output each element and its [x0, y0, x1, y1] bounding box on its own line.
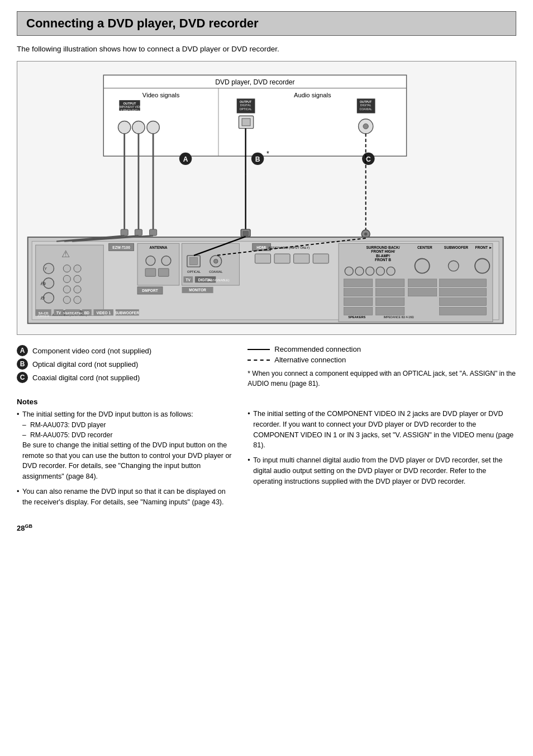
- page-title: Connecting a DVD player, DVD recorder: [26, 16, 507, 31]
- svg-line-144: [64, 235, 139, 241]
- svg-rect-17: [239, 116, 253, 128]
- badge-b: B: [17, 358, 28, 370]
- svg-text:*: *: [266, 150, 269, 158]
- svg-text:COAXIAL: COAXIAL: [209, 270, 222, 273]
- svg-point-87: [214, 259, 218, 263]
- svg-point-106: [366, 267, 374, 275]
- recommended-label: Recommended connection: [274, 345, 361, 353]
- svg-text:Y   Pb/Cb  Pr/Cr: Y Pb/Cb Pr/Cr: [121, 108, 139, 112]
- svg-rect-47: [36, 245, 104, 315]
- svg-rect-139: [116, 309, 139, 315]
- svg-text:OPTICAL: OPTICAL: [240, 107, 252, 111]
- svg-rect-96: [339, 243, 493, 322]
- svg-point-71: [146, 256, 155, 266]
- svg-point-12: [147, 121, 159, 134]
- svg-rect-123: [439, 289, 486, 296]
- svg-rect-128: [36, 309, 51, 315]
- svg-point-61: [74, 275, 81, 282]
- svg-point-59: [74, 265, 81, 272]
- svg-text:Video signals: Video signals: [142, 92, 180, 98]
- svg-point-111: [475, 258, 489, 273]
- svg-rect-13: [237, 98, 255, 113]
- connection-diagram: DVD player, DVD recorder Video signals A…: [17, 61, 516, 335]
- svg-rect-124: [439, 298, 486, 306]
- svg-text:MONITOR: MONITOR: [189, 288, 206, 292]
- svg-point-110: [448, 261, 459, 271]
- legend-item-a: A Component video cord (not supplied): [17, 345, 236, 356]
- intro-text: The following illustration shows how to …: [17, 45, 516, 53]
- note-item-1: The initial setting for the DVD input bu…: [17, 409, 236, 482]
- svg-text:FRONT ►: FRONT ►: [475, 245, 493, 249]
- svg-point-25: [179, 153, 192, 165]
- svg-point-10: [118, 121, 130, 134]
- svg-line-147: [216, 238, 365, 256]
- svg-text:SUBWOOFER: SUBWOOFER: [115, 311, 139, 315]
- svg-rect-41: [243, 231, 248, 235]
- svg-point-58: [63, 265, 70, 272]
- svg-text:(ASSIGNABLE): (ASSIGNABLE): [207, 278, 229, 282]
- svg-rect-36: [135, 229, 142, 235]
- svg-rect-95: [313, 254, 329, 263]
- legend-c-label: Coaxial digital cord (not supplied): [32, 374, 140, 382]
- notes-section: Notes The initial setting for the DVD in…: [17, 398, 516, 512]
- recommended-connection-item: Recommended connection: [248, 345, 516, 353]
- svg-rect-77: [182, 243, 240, 285]
- svg-rect-115: [344, 307, 372, 315]
- svg-rect-37: [150, 229, 157, 235]
- svg-text:SAT/CATV: SAT/CATV: [65, 311, 80, 315]
- page-number-area: 28GB: [17, 523, 516, 532]
- svg-text:Audio signals: Audio signals: [294, 92, 331, 98]
- svg-point-108: [387, 267, 395, 275]
- svg-point-44: [364, 233, 368, 236]
- svg-point-11: [132, 121, 145, 134]
- svg-rect-125: [439, 307, 486, 315]
- svg-line-143: [56, 235, 125, 241]
- svg-rect-19: [357, 98, 375, 113]
- svg-point-63: [74, 286, 81, 293]
- svg-text:IMPEDANCE 6Ω 4-16Ω: IMPEDANCE 6Ω 4-16Ω: [384, 315, 414, 319]
- svg-text:ASSIGNABLE (INPUT ONLY): ASSIGNABLE (INPUT ONLY): [268, 246, 310, 249]
- svg-text:OPTICAL: OPTICAL: [187, 270, 201, 273]
- svg-text:ASSIGNABLE (INPUT ONLY): ASSIGNABLE (INPUT ONLY): [53, 314, 87, 316]
- svg-rect-92: [255, 254, 270, 263]
- note-1-continuation: Be sure to change the initial setting of…: [22, 441, 232, 480]
- svg-text:COMPONENT VIDEO: COMPONENT VIDEO: [55, 310, 84, 313]
- alternative-label: Alternative connection: [274, 356, 346, 364]
- notes-list-left: The initial setting for the DVD input bu…: [17, 409, 236, 507]
- svg-point-107: [376, 267, 384, 275]
- notes-right: The initial setting of the COMPONENT VID…: [248, 398, 516, 512]
- svg-point-52: [44, 292, 54, 303]
- svg-text:BD: BD: [84, 311, 90, 315]
- legend-item-c: C Coaxial digital cord (not supplied): [17, 372, 236, 383]
- svg-rect-45: [28, 237, 503, 323]
- svg-point-86: [210, 256, 222, 267]
- svg-text:VIDEO 1: VIDEO 1: [96, 311, 111, 315]
- svg-rect-131: [54, 309, 63, 315]
- svg-text:HDMI: HDMI: [256, 245, 266, 249]
- svg-text:FRONT HIGH/: FRONT HIGH/: [371, 249, 395, 253]
- svg-point-72: [161, 256, 171, 266]
- svg-line-145: [72, 235, 153, 241]
- notes-left: Notes The initial setting for the DVD in…: [17, 398, 236, 512]
- svg-text:⚠: ⚠: [61, 249, 70, 259]
- svg-text:DIGITAL: DIGITAL: [360, 103, 372, 107]
- svg-rect-141: [182, 287, 213, 293]
- svg-point-64: [63, 296, 70, 304]
- svg-text:DIGITAL: DIGITAL: [198, 278, 213, 282]
- svg-point-65: [74, 296, 81, 304]
- note-1-sub-2: RM-AAU075: DVD recorder: [22, 430, 236, 440]
- svg-text:SUBWOOFER: SUBWOOFER: [444, 245, 468, 249]
- svg-point-104: [345, 267, 353, 275]
- svg-rect-89: [253, 243, 271, 251]
- svg-rect-137: [94, 309, 114, 315]
- svg-rect-80: [195, 276, 216, 282]
- page-number: 28GB: [17, 524, 32, 532]
- svg-point-23: [359, 119, 373, 134]
- note-4-text: To input multi channel digital audio fro…: [253, 456, 502, 485]
- svg-rect-116: [375, 279, 404, 287]
- svg-text:TV: TV: [56, 311, 61, 315]
- svg-rect-135: [82, 309, 92, 315]
- svg-text:FRONT B: FRONT B: [375, 258, 391, 262]
- note-item-2: You can also rename the DVD input so tha…: [17, 486, 236, 508]
- svg-rect-120: [408, 279, 436, 287]
